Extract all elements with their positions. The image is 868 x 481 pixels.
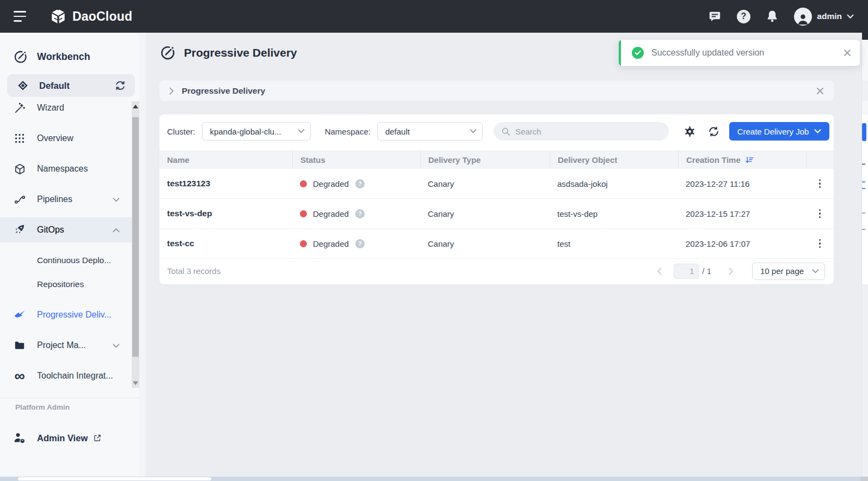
breadcrumb: Progressive Delivery — [159, 81, 834, 101]
chevron-down-icon — [298, 129, 305, 133]
chevron-down-icon — [113, 340, 120, 350]
sidebar-item-wizard[interactable]: Wizard — [0, 93, 132, 123]
cell-creation-time: 2023-12-27 11:16 — [678, 179, 806, 188]
scrollbar-thumb[interactable] — [132, 117, 139, 357]
table-row[interactable]: test123123 Degraded ? Canary asdsada-jok… — [159, 169, 834, 199]
sidebar-item-continuous-deployment[interactable]: Continuous Deplo... — [0, 248, 132, 272]
scroll-down-icon[interactable] — [132, 379, 139, 387]
sidebar-item-label: Continuous Deplo... — [37, 255, 111, 265]
cell-status: Degraded ? — [292, 179, 420, 188]
brand-name: DaoCloud — [72, 9, 132, 24]
scroll-up-icon[interactable] — [132, 102, 139, 110]
sidebar-item-gitops[interactable]: GitOps — [0, 215, 132, 245]
workbench-label: Workbench — [37, 51, 90, 63]
row-actions-kebab-icon[interactable] — [819, 209, 821, 218]
workspace-icon — [17, 80, 29, 92]
horizontal-scrollbar[interactable] — [0, 477, 868, 481]
wizard-icon — [13, 101, 26, 114]
sidebar-item-label: Repositories — [37, 279, 84, 289]
status-help-icon[interactable]: ? — [355, 209, 365, 218]
row-actions-kebab-icon[interactable] — [819, 179, 821, 188]
search-input[interactable]: Search — [494, 122, 669, 141]
workbench-icon — [13, 50, 28, 64]
sidebar-item-pipelines[interactable]: Pipelines — [0, 184, 132, 215]
content-gap — [139, 33, 146, 477]
gitops-icon — [13, 223, 26, 236]
cluster-value: kpanda-global-clu... — [210, 127, 298, 136]
status-dot-icon — [300, 240, 307, 247]
horizontal-scrollbar-thumb[interactable] — [18, 477, 211, 480]
toast-notification: Successfully updated version — [619, 40, 860, 66]
prev-page-icon[interactable] — [652, 267, 666, 275]
sidebar-workbench[interactable]: Workbench — [0, 46, 132, 68]
cell-name: test-cc — [159, 239, 292, 248]
cell-name: test-vs-dep — [159, 209, 292, 218]
column-header-delivery-type: Delivery Type — [420, 150, 550, 169]
sidebar-item-overview[interactable]: Overview — [0, 123, 132, 154]
settings-gear-icon[interactable] — [683, 125, 696, 138]
next-page-icon[interactable] — [724, 267, 738, 275]
status-dot-icon — [300, 180, 307, 187]
admin-view-label: Admin View — [37, 433, 88, 443]
per-page-select[interactable]: 10 per page — [752, 263, 825, 280]
chevron-down-icon — [812, 269, 819, 273]
switch-workspace-icon[interactable] — [114, 80, 126, 92]
table-row[interactable]: test-vs-dep Degraded ? Canary test-vs-de… — [159, 199, 834, 229]
sidebar-item-toolchain-integration[interactable]: ∞ Toolchain Integrat... — [0, 361, 132, 391]
cell-delivery-object: asdsada-jokoj — [550, 179, 678, 188]
status-help-icon[interactable]: ? — [355, 179, 365, 188]
row-actions-kebab-icon[interactable] — [819, 239, 821, 248]
sidebar-menu: Wizard Overview Namespaces Pipelines — [0, 93, 132, 391]
cell-actions — [806, 239, 834, 248]
sidebar: Workbench Default Wizard Overview Na — [0, 33, 139, 477]
sidebar-item-admin-view[interactable]: Admin View — [0, 427, 132, 449]
status-help-icon[interactable]: ? — [355, 239, 365, 248]
create-button-label: Create Delivery Job — [737, 127, 809, 136]
pipelines-icon — [13, 193, 26, 206]
sidebar-item-progressive-delivery[interactable]: Progressive Deliv... — [0, 300, 132, 330]
sidebar-item-label: Project Ma... — [37, 340, 86, 350]
sidebar-item-namespaces[interactable]: Namespaces — [0, 154, 132, 184]
table-row[interactable]: test-cc Degraded ? Canary test 2023-12-0… — [159, 229, 834, 259]
column-header-name: Name — [159, 150, 292, 169]
user-chevron-down-icon — [847, 14, 854, 19]
column-header-actions — [806, 150, 834, 169]
refresh-icon[interactable] — [707, 125, 720, 138]
cluster-select[interactable]: kpanda-global-clu... — [202, 122, 311, 141]
column-header-creation-time: Creation Time — [678, 150, 806, 169]
namespace-label: Namespace: — [325, 127, 371, 136]
messages-icon[interactable] — [707, 9, 722, 23]
progressive-delivery-icon — [13, 308, 26, 321]
sidebar-item-project-management[interactable]: Project Ma... — [0, 330, 132, 361]
page-input[interactable]: 1 — [674, 264, 699, 279]
create-delivery-job-button[interactable]: Create Delivery Job — [729, 122, 829, 141]
sidebar-item-label: Toolchain Integrat... — [37, 371, 113, 381]
notifications-icon[interactable] — [765, 9, 779, 23]
total-records: Total 3 records — [167, 266, 220, 276]
breadcrumb-item[interactable]: Progressive Delivery — [182, 86, 265, 96]
sidebar-item-repositories[interactable]: Repositories — [0, 272, 132, 296]
page-title-icon — [159, 45, 176, 61]
namespace-select[interactable]: default — [377, 122, 483, 141]
delivery-table-card: Cluster: kpanda-global-clu... Namespace:… — [159, 114, 834, 284]
sidebar-scrollbar[interactable] — [132, 101, 139, 388]
breadcrumb-close-icon[interactable] — [816, 87, 824, 95]
table-body: test123123 Degraded ? Canary asdsada-jok… — [159, 169, 834, 259]
toast-close-icon[interactable] — [844, 49, 851, 57]
success-check-icon — [632, 47, 644, 59]
sidebar-item-label: Wizard — [37, 103, 64, 113]
user-menu[interactable]: admin — [794, 8, 854, 26]
avatar — [794, 8, 812, 26]
hamburger-menu-icon[interactable] — [14, 11, 26, 22]
workspace-label: Default — [39, 81, 70, 91]
table-header: Name Status Delivery Type Delivery Objec… — [159, 150, 834, 169]
sort-descending-icon[interactable] — [745, 155, 754, 165]
admin-view-icon — [13, 431, 26, 445]
namespace-value: default — [385, 127, 470, 136]
cell-creation-time: 2023-12-15 17:27 — [678, 209, 806, 218]
breadcrumb-chevron-icon — [169, 87, 174, 95]
cell-delivery-type: Canary — [420, 179, 550, 188]
help-icon[interactable]: ? — [736, 9, 750, 23]
cell-delivery-type: Canary — [420, 209, 550, 218]
status-dot-icon — [300, 210, 307, 217]
